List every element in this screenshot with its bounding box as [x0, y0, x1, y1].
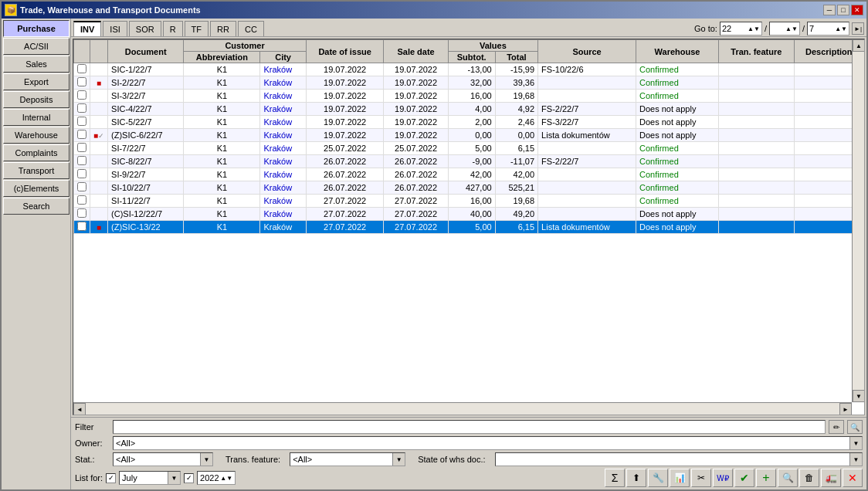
- close-button[interactable]: ✕: [851, 5, 863, 15]
- sidebar-item-deposits[interactable]: Deposits: [3, 91, 70, 108]
- stat-dropdown-button[interactable]: ▼: [200, 453, 212, 466]
- goto-last-button[interactable]: ►|: [852, 22, 864, 35]
- tab-rr[interactable]: RR: [210, 21, 236, 36]
- tab-tf[interactable]: TF: [185, 21, 209, 36]
- row-checkbox[interactable]: [74, 129, 90, 142]
- find-button[interactable]: 🔍: [778, 469, 798, 487]
- goto-spin1[interactable]: ▲▼: [748, 25, 760, 32]
- table-row[interactable]: ■SI-2/22/7K1Kraków19.07.202219.07.202232…: [74, 76, 864, 90]
- goto-input1[interactable]: 22 ▲▼: [720, 22, 762, 36]
- row-checkbox[interactable]: [74, 221, 90, 234]
- sum-button[interactable]: Σ: [605, 469, 625, 487]
- table-row[interactable]: SI-9/22/7K1Kraków26.07.202226.07.202242,…: [74, 168, 864, 181]
- table-row[interactable]: SI-10/22/7K1Kraków26.07.202226.07.202242…: [74, 181, 864, 195]
- goto-input2[interactable]: ▲▼: [769, 22, 800, 36]
- horizontal-scrollbar[interactable]: ◄ ►: [73, 402, 852, 415]
- owner-combo[interactable]: <All> ▼: [113, 436, 863, 450]
- row-total: -11,07: [495, 155, 537, 168]
- listfor-checkbox[interactable]: ✓: [106, 473, 116, 483]
- filter-search-button[interactable]: 🔍: [847, 420, 863, 434]
- row-checkbox[interactable]: [74, 195, 90, 208]
- row-checkbox[interactable]: [74, 142, 90, 155]
- add-button[interactable]: +: [756, 469, 776, 487]
- row-checkbox[interactable]: [74, 63, 90, 76]
- cut-button[interactable]: ✂: [691, 469, 711, 487]
- table-row[interactable]: ■✓(Z)SIC-6/22/7K1Kraków19.07.202219.07.2…: [74, 129, 864, 142]
- sidebar-item-search[interactable]: Search: [3, 198, 70, 215]
- settings-button[interactable]: 🔧: [648, 469, 668, 487]
- scroll-up-button[interactable]: ▲: [853, 39, 865, 52]
- filter-input[interactable]: [113, 420, 826, 434]
- tab-isi[interactable]: ISI: [103, 21, 127, 36]
- trans-feature-dropdown-button[interactable]: ▼: [392, 453, 405, 466]
- tab-r[interactable]: R: [163, 21, 183, 36]
- row-source: FS-2/22/7: [538, 155, 636, 168]
- scroll-left-button[interactable]: ◄: [73, 403, 86, 415]
- listfor-year-checkbox[interactable]: ✓: [184, 473, 194, 483]
- sidebar-item-transport[interactable]: Transport: [3, 162, 70, 179]
- table-row[interactable]: SIC-4/22/7K1Kraków19.07.202219.07.20224,…: [74, 103, 864, 116]
- word-button[interactable]: W₽: [713, 469, 733, 487]
- row-checkbox[interactable]: [74, 103, 90, 116]
- delete-button[interactable]: 🗑: [799, 469, 819, 487]
- state-whs-combo[interactable]: ▼: [495, 452, 863, 466]
- goto-input3[interactable]: 7 ▲▼: [807, 22, 849, 36]
- year-spin[interactable]: ▲▼: [220, 475, 232, 482]
- row-subtot: 5,00: [448, 221, 495, 234]
- stat-combo[interactable]: <All> ▼: [113, 452, 213, 466]
- export-button[interactable]: ⬆: [626, 469, 646, 487]
- listfor-year-input[interactable]: 2022 ▲▼: [197, 471, 236, 485]
- approve-button[interactable]: ✔: [734, 469, 754, 487]
- row-checkbox[interactable]: [74, 76, 90, 90]
- sidebar-item-sales[interactable]: Sales: [3, 56, 70, 73]
- scroll-down-button[interactable]: ▼: [853, 390, 865, 402]
- sidebar-item-celements[interactable]: (c)Elements: [3, 180, 70, 197]
- trans-feature-combo[interactable]: <All> ▼: [290, 452, 405, 466]
- minimize-button[interactable]: ─: [823, 5, 836, 15]
- sidebar-item-complaints[interactable]: Complaints: [3, 144, 70, 161]
- row-warehouse: Does not apply: [636, 129, 719, 142]
- goto-spin2[interactable]: ▲▼: [785, 25, 798, 32]
- row-checkbox[interactable]: [74, 208, 90, 221]
- table-row[interactable]: SIC-1/22/7K1Kraków19.07.202219.07.2022-1…: [74, 63, 864, 76]
- row-checkbox[interactable]: [74, 155, 90, 168]
- table-row[interactable]: SIC-8/22/7K1Kraków26.07.202226.07.2022-9…: [74, 155, 864, 168]
- row-document: SIC-8/22/7: [108, 155, 184, 168]
- filter-label: Filter: [75, 422, 110, 432]
- listfor-month-combo[interactable]: July ▼: [119, 471, 181, 485]
- row-checkbox[interactable]: [74, 116, 90, 129]
- row-checkbox[interactable]: [74, 168, 90, 181]
- row-checkbox[interactable]: [74, 181, 90, 195]
- sidebar-item-acsii[interactable]: AC/SII: [3, 38, 70, 55]
- goto-label: Go to:: [694, 24, 717, 33]
- owner-dropdown-button[interactable]: ▼: [849, 437, 862, 449]
- sidebar-item-warehouse[interactable]: Warehouse: [3, 127, 70, 144]
- table-row[interactable]: SI-3/22/7K1Kraków19.07.202219.07.202216,…: [74, 90, 864, 103]
- close-doc-button[interactable]: ✕: [843, 469, 863, 487]
- listfor-month-dropdown[interactable]: ▼: [168, 472, 180, 484]
- vertical-scrollbar[interactable]: ▲ ▼: [852, 39, 864, 402]
- sidebar-item-internal[interactable]: Internal: [3, 109, 70, 126]
- chart-button[interactable]: 📊: [670, 469, 690, 487]
- row-abbreviation: K1: [184, 142, 260, 155]
- row-source: [538, 195, 636, 208]
- table-row[interactable]: SI-7/22/7K1Kraków25.07.202225.07.20225,0…: [74, 142, 864, 155]
- tab-cc[interactable]: CC: [238, 21, 264, 36]
- row-checkbox[interactable]: [74, 90, 90, 103]
- maximize-button[interactable]: □: [837, 5, 849, 15]
- transport-button[interactable]: 🚛: [821, 469, 841, 487]
- sidebar-item-purchase[interactable]: Purchase: [3, 20, 70, 37]
- scroll-right-button[interactable]: ►: [839, 403, 852, 415]
- filter-edit-button[interactable]: ✏: [829, 420, 844, 434]
- table-row[interactable]: ■(Z)SIC-13/22K1Kraków27.07.202227.07.202…: [74, 221, 864, 234]
- tab-inv[interactable]: INV: [73, 21, 101, 36]
- sidebar-item-export[interactable]: Export: [3, 73, 70, 90]
- goto-spin3[interactable]: ▲▼: [835, 25, 847, 32]
- state-whs-dropdown-button[interactable]: ▼: [849, 453, 862, 466]
- row-tran-feature: [719, 168, 795, 181]
- row-warehouse: Does not apply: [636, 208, 719, 221]
- table-row[interactable]: SIC-5/22/7K1Kraków19.07.202219.07.20222,…: [74, 116, 864, 129]
- tab-sor[interactable]: SOR: [129, 21, 161, 36]
- table-row[interactable]: (C)SI-12/22/7K1Kraków27.07.202227.07.202…: [74, 208, 864, 221]
- table-row[interactable]: SI-11/22/7K1Kraków27.07.202227.07.202216…: [74, 195, 864, 208]
